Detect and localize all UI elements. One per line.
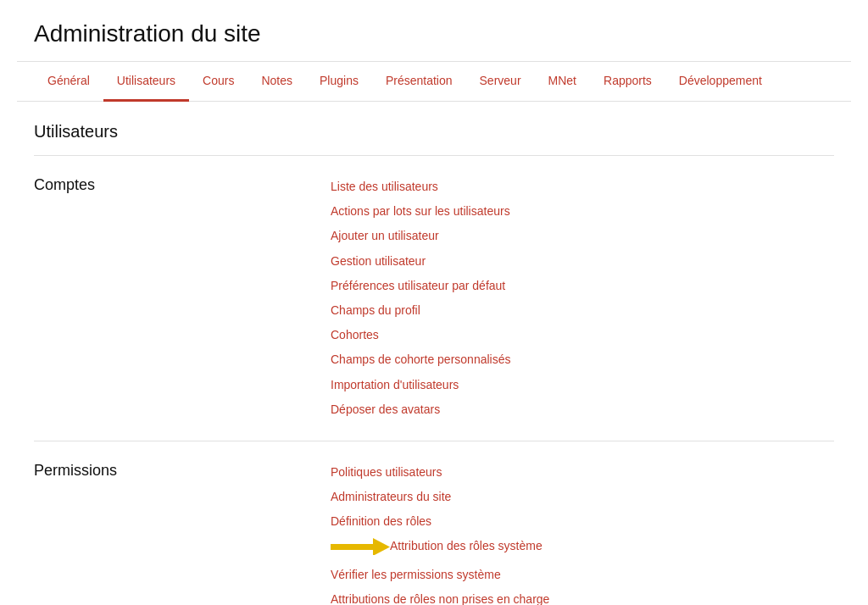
link-permissions-3[interactable]: Attribution des rôles système [390, 536, 542, 557]
link-comptes-5[interactable]: Champs du profil [331, 300, 834, 321]
svg-rect-0 [331, 544, 375, 550]
arrow-wrapper: Attribution des rôles système [331, 536, 834, 557]
nav-tab-general[interactable]: Général [34, 62, 103, 102]
link-comptes-6[interactable]: Cohortes [331, 325, 834, 346]
categories-container: ComptesListe des utilisateursActions par… [34, 156, 834, 605]
nav-tab-plugins[interactable]: Plugins [306, 62, 372, 102]
yellow-arrow-icon [331, 538, 390, 555]
category-links-comptes: Liste des utilisateursActions par lots s… [331, 176, 834, 420]
nav-tab-developpement[interactable]: Développement [665, 62, 776, 102]
link-comptes-4[interactable]: Préférences utilisateur par défaut [331, 275, 834, 297]
link-permissions-5[interactable]: Attributions de rôles non prises en char… [331, 589, 834, 605]
category-row-permissions: PermissionsPolitiques utilisateursAdmini… [34, 441, 834, 605]
nav-tabs: GénéralUtilisateursCoursNotesPluginsPrés… [17, 62, 851, 102]
page-title: Administration du site [34, 20, 834, 47]
link-permissions-0[interactable]: Politiques utilisateurs [331, 462, 834, 483]
nav-tab-utilisateurs[interactable]: Utilisateurs [103, 62, 189, 102]
content-section: Utilisateurs ComptesListe des utilisateu… [17, 102, 851, 605]
nav-tab-presentation[interactable]: Présentation [372, 62, 466, 102]
link-comptes-1[interactable]: Actions par lots sur les utilisateurs [331, 201, 834, 222]
category-label-comptes: Comptes [34, 176, 331, 194]
link-comptes-8[interactable]: Importation d'utilisateurs [331, 375, 834, 396]
link-comptes-9[interactable]: Déposer des avatars [331, 399, 834, 420]
link-permissions-1[interactable]: Administrateurs du site [331, 486, 834, 508]
link-comptes-7[interactable]: Champs de cohorte personnalisés [331, 349, 834, 370]
section-title: Utilisateurs [34, 122, 834, 156]
nav-tab-rapports[interactable]: Rapports [590, 62, 665, 102]
nav-tab-mnet[interactable]: MNet [535, 62, 590, 102]
link-comptes-2[interactable]: Ajouter un utilisateur [331, 225, 834, 247]
nav-tab-notes[interactable]: Notes [248, 62, 306, 102]
category-row-comptes: ComptesListe des utilisateursActions par… [34, 156, 834, 441]
link-comptes-0[interactable]: Liste des utilisateurs [331, 176, 834, 197]
link-comptes-3[interactable]: Gestion utilisateur [331, 251, 834, 272]
link-permissions-2[interactable]: Définition des rôles [331, 511, 834, 532]
nav-tab-serveur[interactable]: Serveur [466, 62, 535, 102]
svg-marker-1 [373, 538, 390, 555]
category-links-permissions: Politiques utilisateursAdministrateurs d… [331, 462, 834, 605]
nav-tab-cours[interactable]: Cours [189, 62, 248, 102]
page-header: Administration du site [17, 0, 851, 62]
link-permissions-4[interactable]: Vérifier les permissions système [331, 564, 834, 586]
category-label-permissions: Permissions [34, 462, 331, 480]
